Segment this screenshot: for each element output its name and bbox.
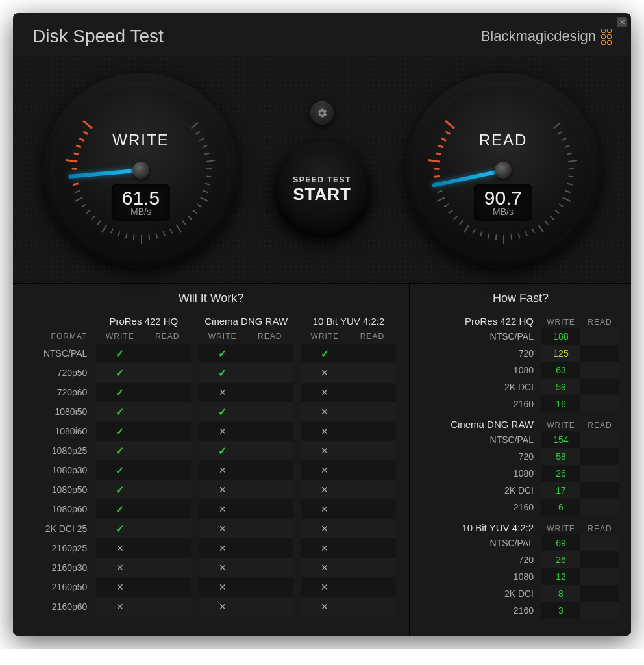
empty-cell: [143, 441, 191, 460]
res-label: 720: [422, 555, 541, 565]
read-fps: [580, 551, 619, 568]
table-row: 1080i60✓ ✕ ✕: [26, 421, 396, 441]
cross-icon: ✕: [301, 519, 349, 538]
write-fps: 6: [541, 499, 580, 516]
empty-cell: [349, 460, 396, 480]
app-window: ✕ Disk Speed Test Blackmagicdesign WRITE…: [13, 13, 631, 636]
subcol-read: READ: [580, 421, 619, 430]
format-label: NTSC/PAL: [26, 344, 96, 363]
empty-cell: [349, 363, 396, 383]
check-icon: ✓: [96, 383, 143, 402]
empty-cell: [143, 344, 191, 363]
check-icon: ✓: [199, 363, 246, 383]
cross-icon: ✕: [199, 577, 246, 597]
table-row: 1080i50✓ ✓ ✕: [26, 402, 396, 421]
subcol-write: WRITE: [301, 329, 349, 344]
res-label: 2160: [422, 605, 541, 616]
empty-cell: [246, 519, 293, 538]
check-icon: ✓: [96, 402, 143, 421]
center-controls: SPEED TEST START: [273, 101, 371, 238]
res-label: 1080: [422, 365, 541, 375]
read-fps: [580, 345, 619, 362]
read-fps: [580, 395, 619, 412]
subcol-read: READ: [246, 329, 293, 344]
check-icon: ✓: [96, 344, 143, 363]
how-fast-row: 2K DCI17: [422, 482, 619, 499]
table-row: 2160p50✕ ✕ ✕: [26, 577, 396, 597]
cross-icon: ✕: [96, 558, 143, 577]
gear-icon: [316, 107, 328, 119]
write-fps: 63: [541, 362, 580, 379]
empty-cell: [349, 499, 396, 519]
format-label: 1080i60: [26, 421, 96, 441]
cross-icon: ✕: [301, 480, 349, 499]
read-fps: [580, 431, 619, 448]
group-name: ProRes 422 HQ: [422, 316, 541, 327]
empty-cell: [143, 480, 191, 499]
res-label: 2K DCI: [422, 382, 541, 392]
empty-cell: [143, 499, 191, 519]
table-row: 1080p30✓ ✕ ✕: [26, 460, 396, 480]
read-fps: [580, 602, 619, 619]
empty-cell: [246, 558, 293, 577]
settings-button[interactable]: [310, 101, 334, 125]
cross-icon: ✕: [301, 538, 349, 558]
cross-icon: ✕: [199, 558, 246, 577]
how-fast-row: 108012: [422, 568, 619, 585]
check-icon: ✓: [96, 441, 143, 460]
how-fast-row: 2K DCI8: [422, 585, 619, 602]
write-fps: 16: [541, 395, 580, 412]
write-value-box: 61.5 MB/s: [112, 184, 170, 221]
start-button[interactable]: SPEED TEST START: [273, 141, 371, 238]
read-fps: [580, 448, 619, 465]
how-fast-row: NTSC/PAL69: [422, 534, 619, 551]
cross-icon: ✕: [301, 363, 349, 383]
write-fps: 26: [541, 465, 580, 482]
read-fps: [580, 482, 619, 499]
empty-cell: [143, 402, 191, 421]
empty-cell: [349, 402, 396, 421]
empty-cell: [349, 344, 396, 363]
cross-icon: ✕: [301, 441, 349, 460]
read-fps: [580, 534, 619, 551]
gauge-hub: [495, 162, 512, 179]
subcol-read: READ: [580, 524, 619, 533]
empty-cell: [143, 519, 191, 538]
how-fast-row: 21606: [422, 499, 619, 516]
write-fps: 8: [541, 585, 580, 602]
write-fps: 125: [541, 345, 580, 362]
empty-cell: [246, 499, 293, 519]
write-fps: 26: [541, 551, 580, 568]
empty-cell: [349, 480, 396, 499]
read-fps: [580, 379, 619, 395]
subcol-write: WRITE: [541, 421, 580, 430]
write-fps: 58: [541, 448, 580, 465]
res-label: 2160: [422, 502, 541, 512]
subcol-read: READ: [580, 318, 619, 327]
table-row: 1080p60✓ ✕ ✕: [26, 499, 396, 519]
how-fast-row: NTSC/PAL188: [422, 328, 619, 345]
how-fast-row: 720125: [422, 345, 619, 362]
header: Disk Speed Test Blackmagicdesign: [13, 13, 631, 56]
brand-logo: Blackmagicdesign: [481, 28, 612, 45]
cross-icon: ✕: [199, 480, 246, 499]
format-header: FORMAT: [26, 329, 96, 344]
close-icon[interactable]: ✕: [617, 17, 627, 27]
cross-icon: ✕: [199, 519, 246, 538]
empty-cell: [143, 558, 191, 577]
check-icon: ✓: [199, 344, 246, 363]
cross-icon: ✕: [301, 460, 349, 480]
empty-cell: [246, 577, 293, 597]
how-fast-title: How Fast?: [422, 292, 619, 305]
empty-cell: [349, 597, 396, 616]
res-label: NTSC/PAL: [422, 331, 541, 342]
empty-cell: [246, 363, 293, 383]
empty-cell: [349, 383, 396, 402]
empty-cell: [246, 538, 293, 558]
check-icon: ✓: [96, 519, 143, 538]
will-it-work-panel: Will It Work? ProRes 422 HQ Cinema DNG: [13, 284, 410, 636]
cross-icon: ✕: [96, 538, 143, 558]
gauge-hub: [132, 162, 149, 179]
write-value: 61.5: [122, 187, 160, 209]
check-icon: ✓: [96, 421, 143, 441]
